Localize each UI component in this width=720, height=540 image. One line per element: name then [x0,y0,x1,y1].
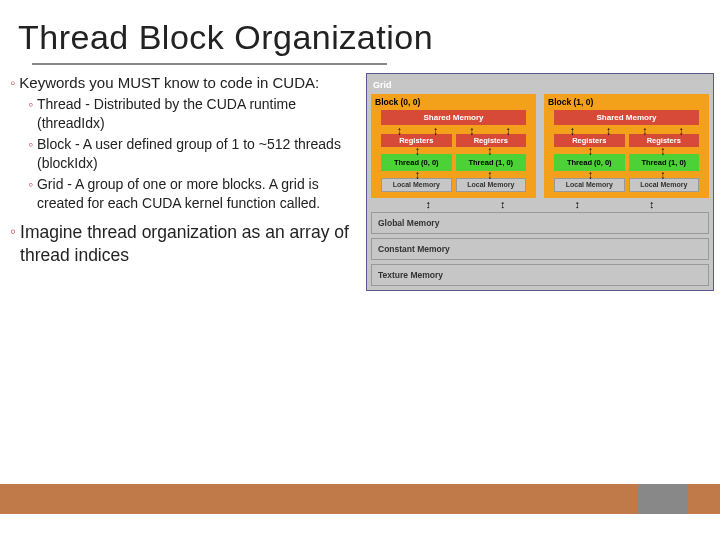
bullet-text: Imagine thread organization as an array … [20,221,360,268]
bullet-icon: ◦ [28,135,33,154]
bullet-icon: ◦ [28,95,33,114]
block-label: Block (1, 0) [548,97,705,107]
slide-title: Thread Block Organization [0,0,720,63]
content-area: ◦ Keywords you MUST know to code in CUDA… [0,65,720,291]
arrow-icon: ↕↕ [381,147,526,154]
texture-memory-bar: Texture Memory [371,264,709,286]
cuda-diagram: Grid Block (0, 0) Shared Memory ↕↕↕↕ Reg… [366,73,714,291]
arrow-icon: ↕↕ [554,147,699,154]
list-item: ◦ Block - A user defined group of 1 to ~… [28,135,360,173]
shared-memory: Shared Memory [381,110,526,125]
bullet-icon: ◦ [10,73,15,93]
grid-label: Grid [373,80,709,90]
arrow-icon: ↕↕↕↕ [381,127,526,134]
bullet-text: Keywords you MUST know to code in CUDA: [19,73,319,93]
footer-accent [638,484,688,514]
diagram-column: Grid Block (0, 0) Shared Memory ↕↕↕↕ Reg… [366,73,714,291]
footer-bar [0,484,720,514]
text-column: ◦ Keywords you MUST know to code in CUDA… [10,73,360,291]
list-item: ◦ Thread - Distributed by the CUDA runti… [28,95,360,133]
arrow-icon: ↕↕ [381,171,526,178]
bullet-text: Thread - Distributed by the CUDA runtime… [37,95,360,133]
block-label: Block (0, 0) [375,97,532,107]
constant-memory-bar: Constant Memory [371,238,709,260]
arrow-icon: ↕↕↕↕ [554,127,699,134]
shared-memory: Shared Memory [554,110,699,125]
list-item: ◦ Keywords you MUST know to code in CUDA… [10,73,360,93]
block-box: Block (0, 0) Shared Memory ↕↕↕↕ Register… [371,94,536,198]
bullet-icon: ◦ [28,175,33,194]
bullet-icon: ◦ [10,221,16,244]
block-box: Block (1, 0) Shared Memory ↕↕↕↕ Register… [544,94,709,198]
global-memory-bar: Global Memory [371,212,709,234]
arrow-icon: ↕↕ [554,171,699,178]
list-item: ◦ Grid - A group of one or more blocks. … [28,175,360,213]
bullet-text: Block - A user defined group of 1 to ~51… [37,135,360,173]
list-item: ◦ Imagine thread organization as an arra… [10,221,360,268]
bullet-text: Grid - A group of one or more blocks. A … [37,175,360,213]
arrow-icon: ↕↕↕↕ [391,200,689,209]
